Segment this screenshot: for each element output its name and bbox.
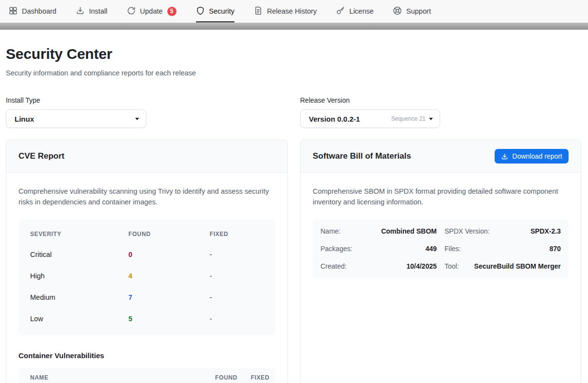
detail-label: Name:: [321, 227, 340, 235]
sbom-detail-files: Files: 870: [445, 240, 561, 257]
detail-label: Tool:: [445, 262, 459, 270]
sbom-card: Software Bill of Materials Download repo…: [300, 140, 581, 383]
container-vulnerabilities-title: Container Vulnerabilities: [18, 351, 275, 360]
shield-icon: [196, 6, 205, 17]
severity-label: Medium: [30, 293, 128, 301]
release-version-label: Release Version: [300, 96, 581, 104]
scroll-shade-bar: [0, 23, 588, 30]
page-subtitle: Security information and compliance repo…: [6, 69, 581, 77]
nav-item-security[interactable]: Security: [196, 0, 234, 22]
severity-found-count: 5: [128, 315, 210, 323]
severity-table-header: SEVERITY FOUND FIXED: [30, 224, 264, 244]
download-report-label: Download report: [512, 152, 562, 160]
nav-item-label: License: [349, 7, 374, 15]
cve-card-body: Comprehensive vulnerability scanning usi…: [6, 173, 287, 383]
severity-fixed-count: -: [210, 251, 264, 258]
detail-value: 10/4/2025: [407, 262, 437, 270]
detail-value: SPDX-2.3: [531, 227, 561, 235]
nav-item-support[interactable]: Support: [393, 0, 431, 22]
detail-value: 449: [426, 245, 437, 253]
nav-item-label: Security: [209, 7, 234, 15]
severity-found-count: 7: [128, 293, 210, 301]
dashboard-icon: [9, 6, 18, 17]
release-sequence: Sequence 21: [391, 115, 433, 122]
chevron-down-icon: [429, 118, 433, 120]
sbom-description: Comprehensive SBOM in SPDX format provid…: [313, 186, 569, 208]
cve-description: Comprehensive vulnerability scanning usi…: [18, 186, 275, 208]
download-icon: [501, 153, 508, 160]
severity-found-count: 0: [128, 251, 210, 258]
sbom-card-title: Software Bill of Materials: [313, 151, 411, 161]
sbom-card-body: Comprehensive SBOM in SPDX format provid…: [301, 173, 581, 292]
cve-card-header: CVE Report: [6, 140, 287, 173]
container-vulnerabilities-header: NAME FOUND FIXED: [18, 368, 275, 383]
severity-fixed-count: -: [210, 315, 264, 323]
table-row: Medium 7 -: [30, 287, 264, 308]
nav-item-license[interactable]: License: [336, 0, 374, 22]
detail-value: SecureBuild SBOM Merger: [474, 262, 561, 270]
sbom-detail-name: Name: Combined SBOM: [321, 222, 437, 240]
table-row: High 4 -: [30, 265, 264, 287]
cve-card-title: CVE Report: [18, 151, 64, 161]
nav-item-label: Release History: [267, 7, 317, 15]
install-type-select[interactable]: Linux: [6, 109, 146, 128]
nav-item-dashboard[interactable]: Dashboard: [9, 0, 56, 22]
sbom-card-header: Software Bill of Materials Download repo…: [301, 140, 581, 173]
nav-item-label: Update: [140, 7, 163, 15]
release-version-value: Version 0.0.2-1: [309, 115, 360, 123]
column-header-fixed: FIXED: [210, 231, 264, 237]
severity-table: SEVERITY FOUND FIXED Critical 0 - High 4…: [18, 219, 275, 335]
page-title: Security Center: [6, 46, 581, 62]
security-center-page: Security Center Security information and…: [0, 46, 588, 383]
column-header-found: FOUND: [208, 374, 237, 381]
column-header-found: FOUND: [128, 231, 210, 237]
detail-value: 870: [550, 245, 561, 253]
install-icon: [76, 6, 85, 17]
cve-report-card: CVE Report Comprehensive vulnerability s…: [6, 140, 288, 383]
release-history-icon: [254, 6, 263, 17]
sbom-detail-spdx-version: SPDX Version: SPDX-2.3: [445, 222, 561, 240]
severity-label: Low: [30, 315, 128, 323]
sbom-detail-tool: Tool: SecureBuild SBOM Merger: [445, 257, 561, 275]
sbom-detail-packages: Packages: 449: [321, 240, 437, 257]
nav-item-release-history[interactable]: Release History: [254, 0, 317, 22]
nav-item-update[interactable]: Update 5: [127, 0, 177, 22]
release-version-control: Release Version Version 0.0.2-1 Sequence…: [300, 96, 581, 128]
detail-label: SPDX Version:: [445, 227, 490, 235]
nav-item-label: Dashboard: [22, 7, 56, 15]
support-icon: [393, 6, 402, 17]
update-count-badge: 5: [167, 7, 177, 16]
update-icon: [127, 6, 136, 17]
download-report-button[interactable]: Download report: [495, 149, 569, 164]
severity-label: Critical: [30, 251, 128, 258]
filter-controls: Install Type Linux Release Version Versi…: [6, 96, 581, 128]
column-header-name: NAME: [30, 374, 201, 381]
top-navigation: Dashboard Install Update 5 Security Rele…: [0, 0, 588, 23]
detail-label: Packages:: [321, 245, 352, 253]
table-row: Critical 0 -: [30, 244, 264, 265]
nav-item-label: Install: [89, 7, 107, 15]
detail-value: Combined SBOM: [381, 227, 437, 235]
column-header-fixed: FIXED: [244, 374, 269, 381]
detail-label: Created:: [321, 262, 347, 270]
sbom-details: Name: Combined SBOM SPDX Version: SPDX-2…: [313, 219, 569, 278]
install-type-value: Linux: [15, 115, 34, 123]
severity-found-count: 4: [128, 272, 210, 280]
severity-fixed-count: -: [210, 293, 264, 301]
severity-label: High: [30, 272, 128, 280]
severity-fixed-count: -: [210, 272, 264, 280]
nav-item-install[interactable]: Install: [76, 0, 107, 22]
license-icon: [336, 6, 345, 17]
detail-label: Files:: [445, 245, 461, 253]
nav-item-label: Support: [406, 7, 431, 15]
table-row: Low 5 -: [30, 308, 264, 329]
release-sequence-text: Sequence 21: [391, 115, 426, 122]
install-type-control: Install Type Linux: [6, 96, 288, 128]
column-header-severity: SEVERITY: [30, 231, 128, 237]
sbom-detail-created: Created: 10/4/2025: [321, 257, 437, 275]
report-cards: CVE Report Comprehensive vulnerability s…: [6, 140, 581, 383]
chevron-down-icon: [135, 118, 139, 120]
release-version-select[interactable]: Version 0.0.2-1 Sequence 21: [300, 109, 440, 128]
install-type-label: Install Type: [6, 96, 288, 104]
